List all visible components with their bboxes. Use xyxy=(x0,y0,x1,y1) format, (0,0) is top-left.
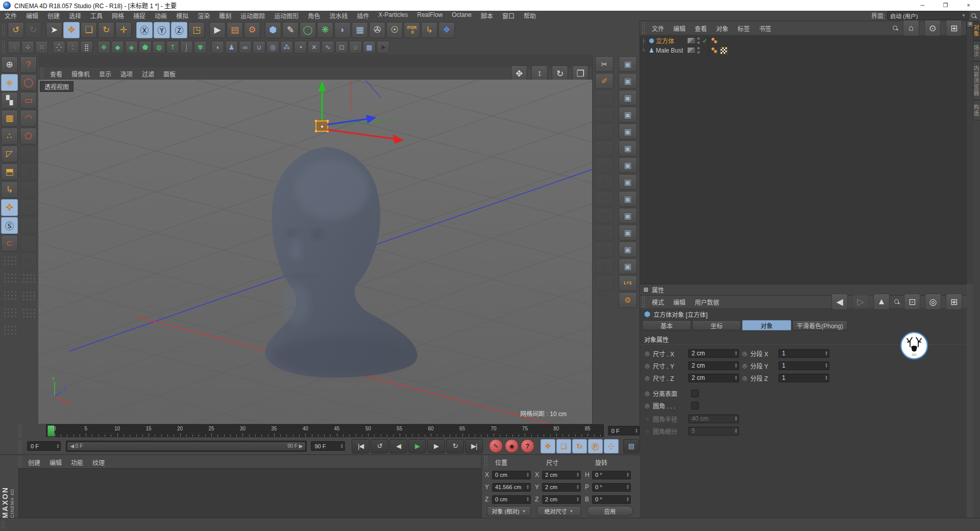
dynamics-glasses-icon[interactable]: ∞ xyxy=(239,41,252,54)
spinner[interactable]: ▲▼ xyxy=(825,351,828,356)
main-menu-item-11[interactable]: 雕刻 xyxy=(214,11,236,20)
maximize-button[interactable]: ❐ xyxy=(934,0,957,11)
rotate-tool-icon[interactable]: ↻ xyxy=(98,22,114,38)
spinner[interactable]: ▲▼ xyxy=(734,375,738,380)
main-menu-item-13[interactable]: 运动图形 xyxy=(270,11,303,20)
tab-对象[interactable]: 对象 xyxy=(742,320,791,330)
fillet-checkbox[interactable] xyxy=(691,402,699,409)
camera-icon[interactable]: ✇ xyxy=(369,22,385,38)
spinner[interactable]: ▲▼ xyxy=(56,444,59,449)
tweak-mouse-icon[interactable]: ✜ xyxy=(1,199,18,216)
rotation-p-input[interactable]: 0 °▲▼ xyxy=(592,483,631,492)
anim-dot-icon[interactable]: ◎ xyxy=(644,350,650,357)
viewport-title-badge[interactable]: 透视视图 xyxy=(40,81,74,92)
preset-cube-2-icon[interactable]: ▣ xyxy=(619,73,637,89)
pliers-tool-icon[interactable]: ✂ xyxy=(595,56,614,72)
preset-cube-5-icon[interactable]: ▣ xyxy=(619,124,637,139)
dot-cluster-orange-icon[interactable]: ⁙ xyxy=(35,41,48,54)
om-menu-item-1[interactable]: 文件 xyxy=(647,24,669,33)
anim-dot-icon[interactable]: ◎ xyxy=(742,350,748,357)
mograph-swirl-icon[interactable]: ✾ xyxy=(194,41,207,54)
sculpt-knife-icon[interactable]: ✐ xyxy=(595,73,614,89)
attr-menu-item-1[interactable]: 模式 xyxy=(647,298,669,306)
main-menu-item-22[interactable]: 帮助 xyxy=(519,11,541,20)
om-eye-icon[interactable]: ⊙ xyxy=(924,20,941,36)
help-commander-icon[interactable]: ? xyxy=(20,56,37,73)
emitter-ball-icon[interactable]: ◔ xyxy=(294,41,307,54)
add-cube-primitive-icon[interactable]: ⬢ xyxy=(265,22,281,38)
main-menu-item-5[interactable]: 工具 xyxy=(86,11,107,20)
tab-平滑着色(Phong)[interactable]: 平滑着色(Phong) xyxy=(792,320,848,330)
coordinate-mode-dropdown[interactable]: 对象 (相对)▼ xyxy=(487,506,531,516)
polygons-mode-icon[interactable]: ⬒ xyxy=(1,163,18,180)
material-menu-item-4[interactable]: 纹理 xyxy=(88,458,109,467)
key-parameter-toggle[interactable]: Ⓟ xyxy=(588,439,603,453)
frame-range-slider[interactable]: ◀ 0 F 90 F ▶ xyxy=(66,441,307,452)
mograph-text-icon[interactable]: T xyxy=(166,41,179,54)
live-selection-icon[interactable]: ◯ xyxy=(20,74,37,91)
spinner[interactable]: ▲▼ xyxy=(734,351,738,356)
selected-cube-gizmo[interactable] xyxy=(315,81,404,143)
main-menu-item-21[interactable]: 窗口 xyxy=(498,11,519,20)
keyframe-selection-button[interactable]: ? xyxy=(521,439,534,453)
render-picture-viewer-icon[interactable]: ▤ xyxy=(227,22,243,38)
main-menu-item-6[interactable]: 网格 xyxy=(107,11,129,20)
position-z-input[interactable]: 0 cm▲▼ xyxy=(492,495,531,504)
om-add-icon[interactable]: ⊞ xyxy=(946,20,962,36)
main-menu-item-7[interactable]: 捕捉 xyxy=(129,11,150,20)
texture-tag-icon[interactable] xyxy=(720,47,727,54)
live-selection-tool-icon[interactable]: ➤ xyxy=(46,22,62,38)
main-menu-item-12[interactable]: 运动跟踪 xyxy=(236,11,270,20)
attr-menu-item-3[interactable]: 用户数据 xyxy=(690,298,724,306)
coordinate-system-icon[interactable]: ◳ xyxy=(188,22,205,38)
object-name[interactable]: Male Bust xyxy=(656,47,683,54)
goto-start-button[interactable]: |◀ xyxy=(352,439,370,453)
size-mode-dropdown[interactable]: 绝对尺寸▼ xyxy=(537,506,581,516)
position-x-input[interactable]: 0 cm▲▼ xyxy=(492,471,531,479)
viewport-menu-item-5[interactable]: 过滤 xyxy=(137,69,159,78)
mograph-sphere-icon[interactable]: ◍ xyxy=(153,41,165,54)
preset-cube-1-icon[interactable]: ▣ xyxy=(619,56,637,72)
phong-tag-icon[interactable] xyxy=(712,47,718,54)
paint-scatter-icon[interactable]: ⁖ xyxy=(8,41,20,54)
material-menu-item-3[interactable]: 功能 xyxy=(66,458,88,467)
main-menu-item-1[interactable]: 文件 xyxy=(0,11,21,20)
main-menu-item-20[interactable]: 脚本 xyxy=(476,11,498,20)
material-menu-item-2[interactable]: 编辑 xyxy=(45,458,66,467)
autokey-button[interactable]: ◉ xyxy=(505,439,519,453)
viewport-menu-item-3[interactable]: 显示 xyxy=(94,69,116,78)
mograph-gem-icon[interactable]: ◆ xyxy=(111,41,124,54)
preset-cube-10-icon[interactable]: ▣ xyxy=(619,208,637,224)
key-pla-toggle[interactable]: ⁘ xyxy=(604,439,619,453)
rectangle-selection-icon[interactable]: ▭ xyxy=(20,92,37,109)
timeline-mode-button[interactable]: ▤ xyxy=(623,439,639,453)
key-position-toggle[interactable]: ✥ xyxy=(541,439,555,453)
deformers-icon[interactable]: ◗ xyxy=(334,22,351,38)
ruler-frame-field[interactable]: 0 F▲▼ xyxy=(608,426,640,436)
record-keyframe-button[interactable]: ✎ xyxy=(489,439,503,453)
viewport-menu-item-4[interactable]: 选项 xyxy=(116,69,137,78)
goto-end-button[interactable]: ▶| xyxy=(465,439,483,453)
segments-x-input[interactable]: 1▲▼ xyxy=(778,349,829,358)
texture-mode-icon[interactable]: ▚ xyxy=(1,92,18,109)
separate-surfaces-checkbox[interactable] xyxy=(691,390,699,397)
spline-pen-icon[interactable]: ✎ xyxy=(282,22,299,38)
mograph-emerald-icon[interactable]: ⬟ xyxy=(139,41,152,54)
preset-cube-11-icon[interactable]: ▣ xyxy=(619,225,637,240)
environment-floor-icon[interactable]: ▦ xyxy=(352,22,368,38)
size-x-input[interactable]: 2 cm▲▼ xyxy=(688,349,739,358)
anim-dot-icon[interactable]: ◎ xyxy=(742,375,748,381)
workplane-mode-icon[interactable]: ▦ xyxy=(1,110,18,127)
lock-x-axis-icon[interactable]: Ⓧ xyxy=(136,22,153,38)
render-view-icon[interactable]: ▶ xyxy=(209,22,226,38)
dock-tab-场次[interactable]: 场次 xyxy=(973,41,980,61)
edges-mode-icon[interactable]: ◸ xyxy=(1,146,18,162)
om-menu-item-3[interactable]: 查看 xyxy=(690,24,712,33)
main-menu-item-15[interactable]: 流水线 xyxy=(325,11,352,20)
enabled-check-icon[interactable]: ✓ xyxy=(702,37,707,44)
dock-tab-构造[interactable]: 构造 xyxy=(973,100,980,120)
interface-search-icon[interactable] xyxy=(971,13,977,19)
gizmo-x-arrow[interactable] xyxy=(327,130,395,139)
model-mode-icon[interactable]: ◈ xyxy=(1,74,18,91)
undo-icon[interactable]: ↺ xyxy=(8,22,24,38)
